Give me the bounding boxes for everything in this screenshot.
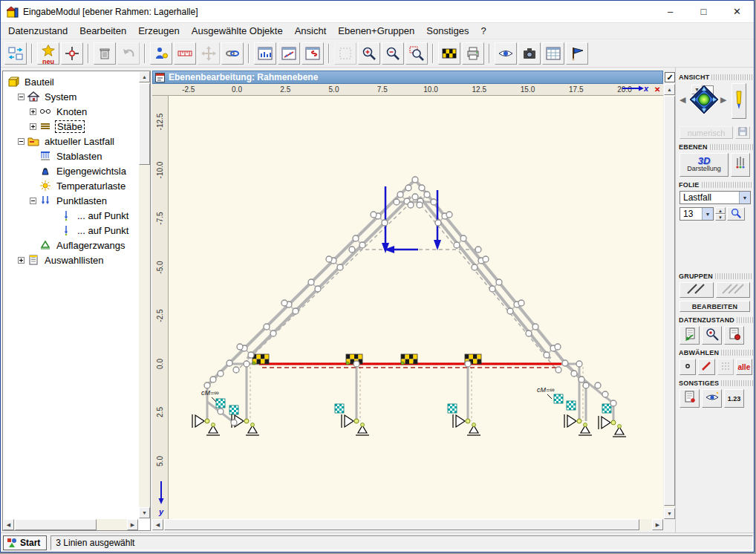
compass-icon[interactable] bbox=[689, 85, 719, 114]
tree-vertical-scrollbar[interactable]: ▲ ▼ bbox=[139, 71, 150, 518]
scrollbar-thumb[interactable] bbox=[15, 519, 97, 530]
deselect-grid-button[interactable] bbox=[717, 359, 734, 375]
menu-ansicht[interactable]: Ansicht bbox=[289, 24, 333, 38]
rotate-right-button[interactable]: ▶ bbox=[720, 95, 726, 105]
deselect-all-button[interactable]: alle bbox=[736, 359, 752, 375]
menu-help[interactable]: ? bbox=[475, 24, 492, 38]
layout-transfer-button[interactable] bbox=[4, 42, 27, 65]
close-button[interactable]: ✕ bbox=[720, 1, 754, 22]
visibility-button[interactable] bbox=[702, 389, 722, 408]
spin-down-button[interactable]: ▼ bbox=[715, 214, 726, 221]
scroll-down-button[interactable]: ▼ bbox=[139, 507, 150, 518]
identify-button[interactable] bbox=[150, 42, 172, 65]
tree-horizontal-scrollbar[interactable]: ◀ ▶ bbox=[3, 519, 138, 530]
tree-item-auswahllisten[interactable]: Auswahllisten bbox=[3, 252, 138, 267]
deselect-point-button[interactable] bbox=[680, 359, 696, 375]
folie-number-select[interactable]: 13 ▼ bbox=[680, 207, 714, 221]
tables-button[interactable] bbox=[542, 42, 564, 65]
minimize-button[interactable]: – bbox=[654, 1, 687, 22]
tree-item-stablasten[interactable]: Stablasten bbox=[3, 149, 138, 163]
expand-icon[interactable] bbox=[30, 123, 36, 130]
scroll-right-button[interactable]: ▶ bbox=[127, 519, 138, 530]
tree-item-auf-punkt-1[interactable]: ... auf Punkt bbox=[3, 208, 138, 223]
deselect-line-button[interactable] bbox=[698, 359, 714, 375]
group-lines-dark-button[interactable] bbox=[680, 282, 714, 298]
edit-view-button[interactable] bbox=[731, 83, 746, 119]
tree-item-punktlasten[interactable]: Punktlasten bbox=[3, 193, 138, 208]
window-loads-button[interactable] bbox=[254, 42, 276, 65]
menu-sonstiges[interactable]: Sonstiges bbox=[420, 24, 475, 38]
notes-button[interactable] bbox=[680, 389, 700, 408]
print-button[interactable] bbox=[462, 42, 484, 65]
menu-bearbeiten[interactable]: Bearbeiten bbox=[74, 24, 132, 38]
delete-button[interactable] bbox=[94, 42, 116, 65]
group-lines-light-button[interactable] bbox=[716, 282, 750, 298]
scroll-left-button[interactable]: ◀ bbox=[3, 519, 14, 530]
selection-grid-button[interactable] bbox=[334, 42, 356, 65]
snap-points-button[interactable] bbox=[61, 42, 83, 65]
snapshot-button[interactable] bbox=[518, 42, 541, 65]
menu-datenzustand[interactable]: Datenzustand bbox=[2, 24, 74, 38]
canvas-horizontal-scrollbar[interactable]: ◀ ▶ bbox=[152, 519, 663, 530]
3d-darstellung-button[interactable]: 3D Darstellung bbox=[680, 153, 729, 177]
scroll-up-button[interactable]: ▲ bbox=[664, 84, 675, 95]
folie-type-select[interactable]: Lastfall ▼ bbox=[680, 191, 751, 204]
tree-item-bauteil[interactable]: Bauteil bbox=[3, 74, 138, 89]
expand-icon[interactable] bbox=[30, 108, 36, 115]
undo-button[interactable] bbox=[117, 42, 140, 65]
scroll-left-button[interactable]: ◀ bbox=[152, 519, 163, 530]
model-drawing[interactable]: cM=∞cM=∞ bbox=[169, 96, 663, 519]
zoom-window-button[interactable] bbox=[405, 42, 428, 65]
scrollbar-thumb[interactable] bbox=[164, 519, 639, 530]
scrollbar-thumb[interactable] bbox=[139, 83, 150, 165]
window-plot-button[interactable] bbox=[278, 42, 300, 65]
menu-ebenen-gruppen[interactable]: Ebenen+Gruppen bbox=[332, 24, 420, 38]
tree-item-auflagerzwang[interactable]: Auflagerzwangs bbox=[3, 238, 138, 252]
numeric-view-button[interactable]: numerisch bbox=[680, 126, 733, 139]
scroll-down-button[interactable]: ▼ bbox=[664, 508, 675, 519]
bearbeiten-button[interactable]: BEARBEITEN bbox=[680, 301, 750, 312]
menu-ausgewaehlte-objekte[interactable]: Ausgewählte Objekte bbox=[186, 24, 289, 38]
dimension-button[interactable] bbox=[174, 42, 196, 65]
connect-button[interactable] bbox=[221, 42, 244, 65]
canvas-vertical-scrollbar[interactable]: ▲ ▼ bbox=[664, 84, 675, 519]
chevron-down-icon[interactable]: ▼ bbox=[739, 192, 750, 203]
pattern-button[interactable] bbox=[438, 42, 460, 65]
tree-item-staebe[interactable]: Stäbe bbox=[3, 119, 138, 134]
expand-icon[interactable] bbox=[18, 257, 25, 264]
plane-visible-checkbox[interactable]: ✓ bbox=[665, 72, 675, 82]
scrollbar-thumb[interactable] bbox=[664, 96, 675, 506]
tree-item-system[interactable]: System bbox=[3, 89, 138, 104]
collapse-icon[interactable] bbox=[18, 94, 25, 100]
new-object-button[interactable]: neu bbox=[37, 42, 59, 65]
data-stamp-button[interactable] bbox=[724, 326, 744, 345]
data-inspect-button[interactable] bbox=[702, 326, 722, 345]
tree-item-aktueller-lastfall[interactable]: aktueller Lastfall bbox=[3, 134, 138, 149]
folie-zoom-button[interactable] bbox=[727, 207, 745, 221]
plane-tool-button[interactable] bbox=[731, 153, 750, 177]
tree-item-auf-punkt-2[interactable]: ... auf Punkt bbox=[3, 223, 138, 238]
scroll-up-button[interactable]: ▲ bbox=[139, 71, 150, 82]
zoom-in-button[interactable] bbox=[358, 42, 380, 65]
view-button[interactable] bbox=[495, 42, 517, 65]
move-button[interactable] bbox=[198, 42, 220, 65]
collapse-icon[interactable] bbox=[18, 138, 25, 145]
menu-erzeugen[interactable]: Erzeugen bbox=[132, 24, 186, 38]
collapse-icon[interactable] bbox=[30, 198, 36, 204]
maximize-button[interactable]: □ bbox=[687, 1, 720, 22]
view-compass[interactable]: ◀ ▶ ▼ bbox=[680, 83, 729, 122]
start-button[interactable]: Start bbox=[3, 535, 47, 550]
chevron-down-icon[interactable]: ▼ bbox=[702, 208, 713, 220]
window-section-button[interactable] bbox=[302, 42, 324, 65]
calculator-button[interactable]: 1.23 bbox=[724, 389, 744, 408]
spin-up-button[interactable]: ▲ bbox=[715, 207, 726, 214]
save-view-button[interactable] bbox=[735, 126, 750, 139]
tree-item-eigengewicht[interactable]: Eigengewichtsla bbox=[3, 163, 138, 178]
tree-item-knoten[interactable]: Knoten bbox=[3, 104, 138, 119]
rotate-left-button[interactable]: ◀ bbox=[680, 95, 685, 105]
flag-button[interactable] bbox=[566, 42, 588, 65]
scroll-right-button[interactable]: ▶ bbox=[652, 519, 663, 530]
tree-item-temperaturlast[interactable]: Temperaturlaste bbox=[3, 178, 138, 193]
data-import-button[interactable] bbox=[680, 326, 700, 345]
zoom-out-button[interactable] bbox=[382, 42, 404, 65]
